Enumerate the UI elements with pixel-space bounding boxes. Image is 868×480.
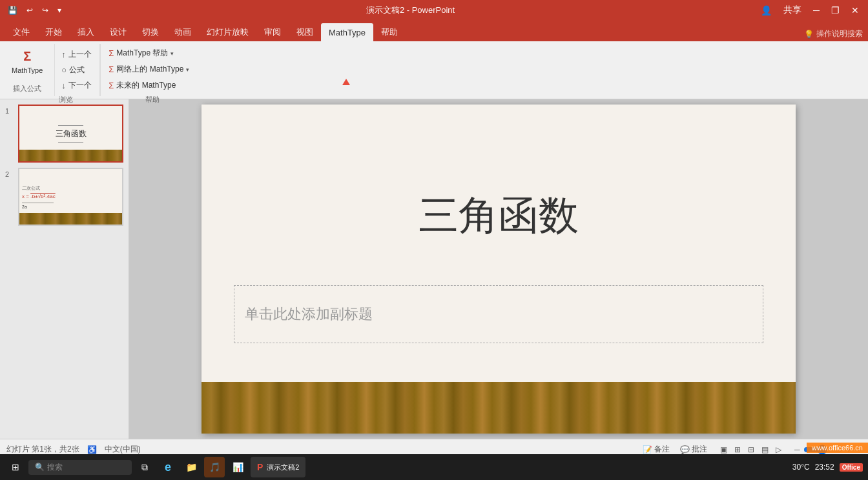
- mathtype-help-icon: Σ: [108, 48, 114, 58]
- slide2-wood-bg: [19, 213, 122, 225]
- slide-sorter-btn[interactable]: ⊟: [745, 444, 757, 455]
- account-icon[interactable]: 👤: [757, 4, 776, 17]
- search-icon: 💡: [804, 30, 814, 39]
- language-indicator: 中文(中国): [105, 444, 141, 455]
- office-badge[interactable]: Office: [840, 463, 863, 472]
- minimize-button[interactable]: ─: [809, 4, 823, 17]
- tell-me-search[interactable]: 💡 操作说明搜索: [804, 28, 863, 39]
- notes-icon: 📝: [643, 445, 652, 454]
- slide1-wood-bg: [19, 150, 122, 161]
- slide-num-1: 1: [5, 107, 14, 115]
- slide-subtitle-placeholder[interactable]: 单击此处添加副标题: [245, 305, 373, 324]
- zoom-out-btn[interactable]: ─: [792, 444, 803, 455]
- slide2-content-preview: 二次公式 x = -b±√b²-4ac ——————— 2a: [19, 183, 122, 212]
- slide-canvas[interactable]: 三角函数 单击此处添加副标题: [202, 105, 796, 434]
- statusbar-left: 幻灯片 第1张，共2张 ♿ 中文(中国): [6, 444, 141, 455]
- taskbar: ⊞ 🔍 搜索 ⧉ e 📁 🎵 📊 P 演示文稿2 30°C 23:52 Offi…: [0, 454, 868, 480]
- online-mathtype-button[interactable]: Σ 网络上的 MathType ▾: [106, 63, 192, 76]
- future-mathtype-icon: Σ: [108, 81, 114, 90]
- ribbon-group-insert-formula: Σ MathType 插入公式 ↑ 上一个 ○ 公式 ↓ 下一个 浏览: [0, 44, 101, 96]
- share-button[interactable]: 共享: [780, 3, 805, 17]
- taskbar-right: 30°C 23:52 Office: [792, 463, 863, 472]
- accessibility-icon[interactable]: ♿: [87, 445, 97, 454]
- slide-wood-background: [202, 382, 796, 434]
- slideshow-btn[interactable]: ▷: [773, 444, 784, 455]
- titlebar-right: 👤 共享 ─ ❐ ✕: [757, 3, 863, 17]
- titlebar-left: 💾 ↩ ↪ ▾: [5, 5, 64, 16]
- formula-button[interactable]: ○ 公式: [59, 63, 96, 77]
- taskbar-left: ⊞ 🔍 搜索 ⧉ e 📁 🎵 📊 P 演示文稿2: [5, 457, 305, 477]
- search-box[interactable]: 🔍 搜索: [28, 460, 132, 475]
- online-mathtype-icon: Σ: [108, 65, 114, 74]
- browse-label: 浏览: [59, 92, 96, 105]
- comments-icon: 💬: [680, 445, 690, 454]
- ribbon: Σ MathType 插入公式 ↑ 上一个 ○ 公式 ↓ 下一个 浏览: [0, 41, 868, 99]
- app2-btn[interactable]: 📊: [227, 457, 248, 477]
- tab-help[interactable]: 帮助: [373, 23, 406, 41]
- titlebar: 💾 ↩ ↪ ▾ 演示文稿2 - PowerPoint 👤 共享 ─ ❐ ✕: [0, 0, 868, 21]
- pp-icon: P: [257, 462, 263, 472]
- normal-view-btn[interactable]: ▣: [718, 444, 730, 455]
- tab-insert[interactable]: 插入: [70, 23, 102, 41]
- task-view-btn[interactable]: ⧉: [134, 457, 155, 477]
- powerpoint-taskbar-app[interactable]: P 演示文稿2: [251, 457, 305, 477]
- tab-design[interactable]: 设计: [102, 23, 134, 41]
- tab-home[interactable]: 开始: [37, 23, 70, 41]
- down-arrow-icon: ↓: [61, 81, 66, 90]
- website-watermark: www.office66.cn: [807, 443, 868, 453]
- save-icon[interactable]: 💾: [5, 5, 20, 16]
- outline-view-btn[interactable]: ⊞: [732, 444, 743, 455]
- start-button[interactable]: ⊞: [5, 457, 26, 477]
- slide-thumb-2[interactable]: 2 二次公式 x = -b±√b²-4ac ——————— 2a: [5, 168, 123, 226]
- next-button[interactable]: ↓ 下一个: [59, 79, 96, 92]
- tab-review[interactable]: 审阅: [256, 23, 289, 41]
- slide-main-title[interactable]: 三角函数: [202, 188, 796, 243]
- temp-display: 30°C: [792, 463, 810, 472]
- future-mathtype-button[interactable]: Σ 未来的 MathType: [106, 79, 192, 92]
- insert-formula-label: 插入公式: [13, 81, 41, 94]
- clock-display: 23:52: [815, 463, 834, 472]
- canvas-area[interactable]: 三角函数 单击此处添加副标题: [129, 99, 868, 439]
- tab-slideshow[interactable]: 幻灯片放映: [199, 23, 256, 41]
- up-arrow-icon: ↑: [61, 50, 66, 59]
- sigma-icon: Σ: [23, 49, 31, 64]
- search-icon-taskbar: 🔍: [35, 463, 45, 472]
- slide-panel: 1 三角函数 2 二次公式 x = -b±√b²-4ac ——————— 2a: [0, 99, 129, 439]
- tab-view[interactable]: 视图: [289, 23, 321, 41]
- help-dropdown-arrow: ▾: [170, 50, 174, 57]
- slide1-title-preview: 三角函数: [56, 123, 87, 145]
- slide-preview-1[interactable]: 三角函数: [18, 105, 123, 163]
- slide-num-2: 2: [5, 170, 14, 178]
- tab-mathtype[interactable]: MathType: [321, 23, 373, 41]
- close-button[interactable]: ✕: [847, 4, 863, 17]
- mathtype-big-button[interactable]: Σ MathType: [6, 46, 48, 77]
- tab-animations[interactable]: 动画: [167, 23, 199, 41]
- online-dropdown-arrow: ▾: [186, 66, 189, 73]
- reading-view-btn[interactable]: ▤: [759, 444, 771, 455]
- mathtype-help-button[interactable]: Σ MathType 帮助 ▾: [106, 46, 192, 60]
- prev-button[interactable]: ↑ 上一个: [59, 48, 96, 61]
- undo-icon[interactable]: ↩: [24, 5, 36, 16]
- edge-btn[interactable]: e: [158, 457, 178, 477]
- customize-quick-access-icon[interactable]: ▾: [55, 5, 64, 16]
- slide-info: 幻灯片 第1张，共2张: [6, 444, 79, 455]
- help-group-label: 帮助: [145, 92, 160, 105]
- app1-btn[interactable]: 🎵: [204, 457, 225, 477]
- circle-icon: ○: [61, 65, 67, 75]
- mathtype-label: MathType: [12, 66, 43, 74]
- slide-thumb-1[interactable]: 1 三角函数: [5, 105, 123, 163]
- slide-preview-2[interactable]: 二次公式 x = -b±√b²-4ac ——————— 2a: [18, 168, 123, 226]
- explorer-btn[interactable]: 📁: [181, 457, 202, 477]
- main-area: 1 三角函数 2 二次公式 x = -b±√b²-4ac ——————— 2a: [0, 99, 868, 439]
- slide-subtitle-box[interactable]: 单击此处添加副标题: [234, 285, 763, 343]
- arrow-indicator: [342, 79, 350, 85]
- restore-button[interactable]: ❐: [827, 4, 843, 17]
- redo-icon[interactable]: ↪: [39, 5, 51, 16]
- tab-transitions[interactable]: 切换: [134, 23, 167, 41]
- ribbon-group-help: Σ MathType 帮助 ▾ Σ 网络上的 MathType ▾ Σ 未来的 …: [101, 44, 204, 96]
- titlebar-title: 演示文稿2 - PowerPoint: [366, 5, 455, 16]
- ribbon-tabs: 文件 开始 插入 设计 切换 动画 幻灯片放映 审阅 视图 MathType 帮…: [0, 21, 868, 41]
- tab-file[interactable]: 文件: [5, 23, 37, 41]
